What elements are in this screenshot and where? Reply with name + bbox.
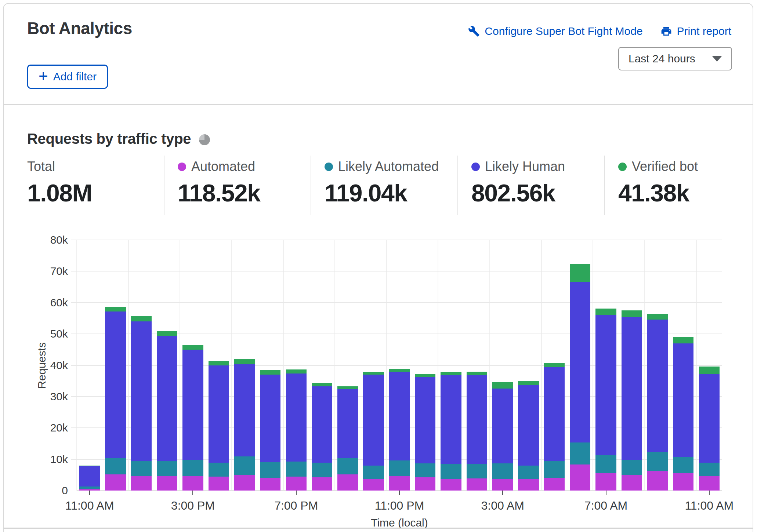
chart-bar-25[interactable] xyxy=(699,367,720,491)
bar-segment-likely-automated xyxy=(673,457,693,473)
bar-segment-verified-bot xyxy=(312,383,332,386)
chart-bar-12[interactable] xyxy=(363,372,384,491)
chart-bar-2[interactable] xyxy=(105,307,126,491)
y-tick-label: 60k xyxy=(13,295,68,310)
bar-segment-verified-bot xyxy=(595,309,616,315)
bar-segment-verified-bot xyxy=(131,316,152,322)
chart-bar-16[interactable] xyxy=(467,372,487,491)
chart-bar-19[interactable] xyxy=(544,363,565,491)
chart-bar-21[interactable] xyxy=(595,309,616,491)
bar-slot xyxy=(180,240,206,491)
bar-segment-verified-bot xyxy=(673,337,693,343)
time-range-value: Last 24 hours xyxy=(629,52,695,65)
bar-segment-automated xyxy=(595,473,616,491)
bar-slot xyxy=(593,240,619,491)
chart-bar-24[interactable] xyxy=(673,337,693,491)
page-title: Bot Analytics xyxy=(27,18,132,38)
y-tick-label: 10k xyxy=(13,452,68,467)
stat-label: Automated xyxy=(191,159,255,174)
bot-analytics-card: Bot Analytics Configure Super Bot Fight … xyxy=(3,3,753,532)
y-tick-label: 80k xyxy=(13,233,68,247)
bar-segment-verified-bot xyxy=(209,361,229,365)
bar-segment-automated xyxy=(518,479,539,491)
bar-segment-likely-human xyxy=(363,375,384,466)
bar-segment-likely-automated xyxy=(389,460,410,476)
bar-slot xyxy=(128,240,154,491)
bar-segment-automated xyxy=(286,477,307,491)
x-tick-mark xyxy=(399,491,400,495)
stat-label-row: Automated xyxy=(178,158,260,175)
y-tick-label: 0 xyxy=(13,483,68,498)
chart-bar-7[interactable] xyxy=(234,359,255,491)
print-report-link[interactable]: Print report xyxy=(660,25,731,37)
bar-segment-verified-bot xyxy=(415,374,435,377)
print-link-label: Print report xyxy=(677,25,731,37)
bar-slot xyxy=(567,240,593,491)
y-tick-label: 50k xyxy=(13,327,68,341)
chart-bar-1[interactable] xyxy=(79,466,100,491)
chart-bar-20[interactable] xyxy=(570,264,590,491)
stat-label: Total xyxy=(27,159,55,174)
x-tick-label: 11:00 AM xyxy=(665,499,753,513)
bar-segment-likely-human xyxy=(467,375,487,464)
chart-bar-18[interactable] xyxy=(518,381,539,491)
stat-value: 41.38k xyxy=(618,179,698,207)
bar-segment-likely-human xyxy=(544,367,565,461)
bar-segment-automated xyxy=(312,477,332,491)
chart-bar-10[interactable] xyxy=(312,383,332,491)
stat-label-row: Likely Automated xyxy=(325,158,439,175)
chart-bar-8[interactable] xyxy=(260,370,280,491)
bar-slot xyxy=(309,240,335,491)
chart-bar-15[interactable] xyxy=(441,372,461,491)
chart-bar-9[interactable] xyxy=(286,369,307,491)
chart-bar-22[interactable] xyxy=(622,310,642,491)
bars-layer xyxy=(77,240,722,491)
chart-plot-area: 11:00 AM3:00 PM7:00 PM11:00 PM3:00 AM7:0… xyxy=(77,240,722,491)
stat-label: Likely Automated xyxy=(338,159,439,174)
bar-slot xyxy=(412,240,438,491)
add-filter-button[interactable]: + Add filter xyxy=(27,65,108,89)
time-range-select[interactable]: Last 24 hours xyxy=(618,47,732,70)
bar-segment-likely-automated xyxy=(131,461,152,476)
add-filter-label: Add filter xyxy=(53,70,97,83)
bar-segment-verified-bot xyxy=(286,369,307,374)
chart-bar-13[interactable] xyxy=(389,369,410,491)
bar-slot xyxy=(464,240,490,491)
bar-segment-verified-bot xyxy=(260,370,280,375)
configure-super-bot-fight-mode-link[interactable]: Configure Super Bot Fight Mode xyxy=(468,25,642,37)
bar-segment-automated xyxy=(647,471,668,491)
bar-segment-likely-automated xyxy=(363,466,384,480)
bar-segment-likely-human xyxy=(312,386,332,463)
stat-label: Verified bot xyxy=(632,159,698,174)
bar-segment-automated xyxy=(337,474,358,491)
bar-slot xyxy=(361,240,386,491)
bar-slot xyxy=(438,240,464,491)
bar-segment-likely-human xyxy=(79,466,100,487)
bar-segment-verified-bot xyxy=(699,367,720,374)
bar-segment-automated xyxy=(105,474,126,491)
bar-slot xyxy=(335,240,361,491)
chart-bar-11[interactable] xyxy=(337,386,358,491)
chart-bar-6[interactable] xyxy=(209,361,229,491)
chart-bar-14[interactable] xyxy=(415,374,435,491)
chart-bar-5[interactable] xyxy=(182,345,203,491)
x-tick-mark xyxy=(296,491,297,495)
bar-segment-likely-automated xyxy=(105,458,126,474)
bar-segment-verified-bot xyxy=(647,314,668,320)
bar-segment-likely-human xyxy=(673,343,693,457)
bar-segment-likely-human xyxy=(595,315,616,455)
chart-bar-23[interactable] xyxy=(647,314,668,491)
printer-icon xyxy=(660,25,672,37)
chart-bar-3[interactable] xyxy=(131,316,152,491)
bar-segment-automated xyxy=(157,476,177,491)
bar-segment-likely-human xyxy=(647,320,668,452)
bar-segment-likely-human xyxy=(286,374,307,462)
stat-value: 119.04k xyxy=(325,179,439,207)
x-tick-label: 3:00 AM xyxy=(459,499,547,513)
bar-segment-automated xyxy=(209,477,229,491)
x-tick-label: 11:00 AM xyxy=(46,499,134,513)
y-tick-label: 70k xyxy=(13,264,68,278)
y-tick-label: 20k xyxy=(13,420,68,435)
chart-bar-17[interactable] xyxy=(492,382,513,491)
chart-bar-4[interactable] xyxy=(157,331,177,491)
